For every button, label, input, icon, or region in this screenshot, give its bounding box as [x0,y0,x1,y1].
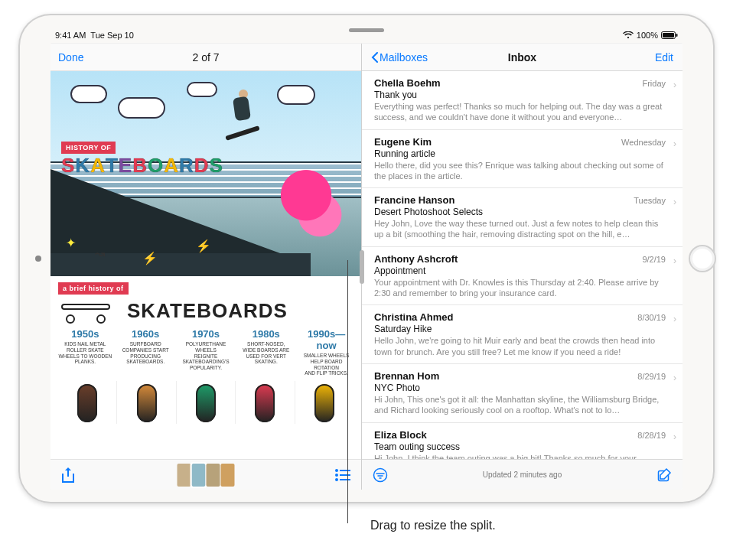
list-icon[interactable] [335,469,350,481]
svg-point-3 [335,469,338,472]
mail-subject: Desert Photoshoot Selects [374,207,666,217]
mail-preview: Your appointment with Dr. Knowles is thi… [374,277,666,299]
mail-date: Tuesday [634,196,666,205]
back-label: Mailboxes [380,51,428,63]
decade-year: 1980s [239,328,293,340]
mail-date: Friday [642,79,666,88]
split-screen: Done 2 of 7 [50,43,683,490]
chevron-right-icon: › [673,431,676,442]
photo-counter: 2 of 7 [192,51,219,63]
mail-item[interactable]: Anthony Ashcroft9/2/19AppointmentYour ap… [362,247,683,306]
mail-item[interactable]: Eliza Block8/28/19Team outing successHi … [362,423,683,459]
swirl-graphic [271,163,355,247]
mail-sender: Christina Ahmed [374,311,454,323]
left-nav-bar: Done 2 of 7 [50,44,361,71]
mail-subject: Thank you [374,90,666,100]
svg-point-9 [374,468,387,481]
mail-status: Updated 2 minutes ago [483,470,562,479]
board-thumb [177,381,236,424]
brief-banner: a brief history of [58,282,129,295]
multitask-pill[interactable] [349,28,384,32]
chevron-right-icon: › [673,373,676,383]
brief-title: SKATEBOARDS [127,299,288,323]
compose-icon[interactable] [656,467,672,483]
callout-label: Drag to resize the split. [370,519,496,532]
mail-preview: Hi John, This one's got it all: the Manh… [374,394,666,416]
edit-button[interactable]: Edit [655,51,673,63]
board-thumb [295,381,353,424]
banner-letter: K [75,154,90,177]
decade-year: 1970s [179,328,233,340]
mail-item[interactable]: Chella BoehmFridayThank youEverything wa… [362,71,683,130]
decade-text: POLYURETHANE WHEELS REIGNITE SKATEBOARDI… [179,341,233,371]
chevron-left-icon [371,52,378,63]
mail-toolbar: Updated 2 minutes ago [362,459,683,490]
mail-item[interactable]: Eugene KimWednesdayRunning articleHello … [362,130,683,189]
banner-letter: A [164,154,178,177]
svg-rect-2 [676,34,678,37]
hero-banner-small: HISTORY OF [61,142,116,154]
decade-year: 1990s—now [299,328,353,351]
decade-column: 1950sKIDS NAIL METAL ROLLER SKATE WHEELS… [58,328,112,376]
board-thumb [58,381,117,424]
banner-letter: O [148,154,163,177]
filter-icon[interactable] [373,467,388,483]
photo-thumbstrip[interactable] [178,464,235,487]
mail-subject: Team outing success [374,441,666,452]
battery-percent: 100% [637,31,658,40]
banner-letter: S [61,154,74,177]
skateboard-sketch-icon [58,298,113,324]
svg-rect-8 [340,479,350,480]
svg-point-5 [335,474,338,477]
decade-text: SHORT-NOSED, WIDE BOARDS ARE USED FOR VE… [239,341,293,365]
mail-sender: Eliza Block [374,429,427,441]
mail-nav-bar: Mailboxes Inbox Edit [362,44,683,71]
banner-letter: E [119,154,132,177]
status-date: Tue Sep 10 [90,31,133,40]
mail-item[interactable]: Francine HansonTuesdayDesert Photoshoot … [362,188,683,247]
decade-column: 1990s—nowSMALLER WHEELS HELP BOARD ROTAT… [299,328,353,376]
mail-sender: Eugene Kim [374,136,432,148]
done-button[interactable]: Done [58,51,83,63]
mailboxes-back-button[interactable]: Mailboxes [371,51,428,63]
decade-column: 1970sPOLYURETHANE WHEELS REIGNITE SKATEB… [179,328,233,376]
battery-icon [661,31,678,39]
mail-item[interactable]: Brennan Hom8/29/19NYC PhotoHi John, This… [362,364,683,423]
status-time: 9:41 AM [55,31,86,40]
banner-letter: T [106,154,118,177]
mail-preview: Hey John, Love the way these turned out.… [374,218,666,240]
decade-text: SMALLER WHEELS HELP BOARD ROTATION AND F… [299,353,353,376]
banner-letter: B [132,154,147,177]
banner-letter: D [194,154,209,177]
decade-column: 1960sSURFBOARD COMPANIES START PRODUCING… [119,328,173,376]
share-icon[interactable] [61,467,75,483]
mail-date: 9/2/19 [642,255,666,264]
ipad-frame: 9:41 AM Tue Sep 10 100% Done 2 of 7 [18,14,715,503]
svg-point-7 [335,478,338,481]
mail-sender: Anthony Ashcroft [374,253,458,265]
banner-letter: A [90,154,105,177]
mail-list[interactable]: Chella BoehmFridayThank youEverything wa… [362,71,683,459]
mail-date: 8/29/19 [637,372,666,381]
status-bar: 9:41 AM Tue Sep 10 100% [50,28,683,43]
left-content[interactable]: HISTORY OF SKATEBOARDS ✦ ⚡ ⚡ ↝ a brief h… [50,71,361,459]
mail-item[interactable]: Christina Ahmed8/30/19Saturday HikeHello… [362,305,683,364]
mail-date: 8/28/19 [637,431,666,440]
mail-date: Wednesday [621,138,666,147]
mail-title: Inbox [508,51,536,63]
callout-leader-line [347,260,348,523]
mail-date: 8/30/19 [637,313,666,322]
chevron-right-icon: › [673,138,676,149]
banner-letter: R [179,154,194,177]
front-camera [35,256,41,262]
board-thumbnails [58,381,353,424]
right-app-panel: Mailboxes Inbox Edit Chella BoehmFridayT… [361,44,683,490]
banner-letter: S [210,154,223,177]
mail-sender: Chella Boehm [374,77,441,89]
svg-rect-4 [340,470,350,471]
decade-text: KIDS NAIL METAL ROLLER SKATE WHEELS TO W… [58,341,112,365]
info-card: a brief history of SKATEBOARDS 1950sKIDS… [50,276,361,459]
wifi-icon [623,31,634,39]
home-button[interactable] [689,245,716,272]
split-view-handle[interactable] [360,250,364,284]
